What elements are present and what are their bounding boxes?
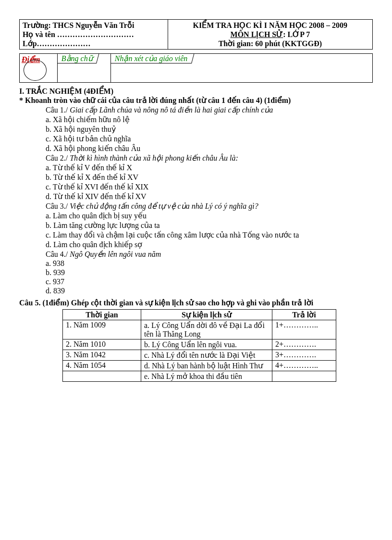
q1-prompt: Câu 1./ Giai cấp Lãnh chúa và nông nô tá… xyxy=(46,105,373,114)
match-time: 3. Năm 1042 xyxy=(63,350,141,361)
q2-prompt: Câu 2./ Thời kì hình thành của xã hội ph… xyxy=(46,153,373,163)
match-time: 4. Năm 1054 xyxy=(63,361,141,371)
section-1-title: I. TRẮC NGHIỆM (4ĐIỂM) xyxy=(19,87,373,96)
header-table: Trường: THCS Nguyễn Văn Trỗi Họ và tên …… xyxy=(19,19,373,50)
q4-option-d: d. 839 xyxy=(46,287,373,295)
match-answer xyxy=(272,371,336,382)
match-row: 2. Năm 1010 b. Lý Công Uẩn lên ngôi vua.… xyxy=(63,339,336,350)
q4-option-b: b. 939 xyxy=(46,268,373,277)
q4-option-a: a. 938 xyxy=(46,259,373,268)
header-right: KIỂM TRA HỌC KÌ I NĂM HỌC 2008 – 2009 MÔ… xyxy=(168,20,372,50)
match-row: 3. Năm 1042 c. Nhà Lý đổi tên nước là Đạ… xyxy=(63,350,336,361)
exam-title: KIỂM TRA HỌC KÌ I NĂM HỌC 2008 – 2009 xyxy=(171,21,369,30)
question-1: Câu 1./ Giai cấp Lãnh chúa và nông nô tá… xyxy=(46,105,373,295)
school-name: Trường: THCS Nguyễn Văn Trỗi xyxy=(23,21,165,30)
q2-option-a: a. Từ thế kỉ V đến thế kỉ X xyxy=(46,163,373,172)
q3-option-b: b. Làm tăng cường lực lượng của ta xyxy=(46,221,373,230)
time-line: Thời gian: 60 phút (KKTGGĐ) xyxy=(171,39,369,48)
q1-option-c: c. Xã hội tư bản chủ nghĩa xyxy=(46,134,373,143)
q3-option-d: d. Làm cho quân địch khiếp sợ xyxy=(46,240,373,249)
score-oval xyxy=(24,60,47,81)
match-row: e. Nhà Lý mở khoa thi đầu tiên xyxy=(63,371,336,382)
student-name-line: Họ và tên ………………………… xyxy=(23,30,165,39)
q4-prompt: Câu 4./ Ngô Quyền lên ngôi vua năm xyxy=(46,250,373,259)
match-answer: 3+…………. xyxy=(272,350,336,361)
q5-title: Câu 5. (1điểm) Ghép cột thời gian và sự … xyxy=(19,298,373,307)
match-header-time: Thời gian xyxy=(63,310,141,320)
q2-option-b: b. Từ thế kỉ X đến thế kỉ XV xyxy=(46,173,373,182)
match-header-event: Sự kiện lịch sử xyxy=(141,310,272,320)
match-answer: 4+………….. xyxy=(272,361,336,371)
match-event: d. Nhà Lý ban hành bộ luật Hình Thư xyxy=(141,361,272,371)
q2-option-c: c. Từ thế kỉ XVI đến thế kỉ XIX xyxy=(46,182,373,191)
match-time xyxy=(63,371,141,382)
q1-option-d: d. Xã hội phong kiến châu Âu xyxy=(46,144,373,153)
q3-option-a: a. Làm cho quân địch bị suy yếu xyxy=(46,211,373,220)
q4-option-c: c. 937 xyxy=(46,277,373,286)
comment-cell: Nhận xét của giáo viên xyxy=(111,54,373,83)
header-left: Trường: THCS Nguyễn Văn Trỗi Họ và tên …… xyxy=(20,20,168,50)
match-row: 4. Năm 1054 d. Nhà Lý ban hành bộ luật H… xyxy=(63,361,336,371)
q1-option-a: a. Xã hội chiếm hữu nô lệ xyxy=(46,115,373,124)
words-cell: Bằng chữ xyxy=(58,54,111,83)
q1-option-b: b. Xã hội nguyên thuỷ xyxy=(46,125,373,134)
words-label: Bằng chữ xyxy=(57,54,99,63)
comment-label: Nhận xét của giáo viên xyxy=(110,54,194,63)
match-event: c. Nhà Lý đổi tên nước là Đại Việt xyxy=(141,350,272,361)
match-header-answer: Trả lời xyxy=(272,310,336,320)
match-event: e. Nhà Lý mở khoa thi đầu tiên xyxy=(141,371,272,382)
subject-line: MÔN LỊCH SỬ: LỚP 7 xyxy=(171,30,369,39)
q3-prompt: Câu 3./ Việc chủ động tấn công để tự vệ … xyxy=(46,201,373,211)
grade-table: Điểm Bằng chữ Nhận xét của giáo viên xyxy=(19,53,373,83)
class-line: Lớp………………… xyxy=(23,39,165,48)
match-answer: 1+………….. xyxy=(272,320,336,339)
q2-option-d: d. Từ thế kỉ XIV đến thế kỉ XV xyxy=(46,192,373,201)
match-time: 1. Năm 1009 xyxy=(63,320,141,339)
match-answer: 2+…………. xyxy=(272,339,336,350)
score-cell: Điểm xyxy=(20,54,58,83)
match-row: 1. Năm 1009 a. Lý Công Uẩn dời đô về Đại… xyxy=(63,320,336,339)
match-event: a. Lý Công Uẩn dời đô về Đại La đổi tên … xyxy=(141,320,272,339)
match-event: b. Lý Công Uẩn lên ngôi vua. xyxy=(141,339,272,350)
match-table: Thời gian Sự kiện lịch sử Trả lời 1. Năm… xyxy=(62,309,336,382)
section-1-instruction: * Khoanh tròn vào chữ cái của câu trả lờ… xyxy=(19,96,373,105)
match-time: 2. Năm 1010 xyxy=(63,339,141,350)
q3-option-c: c. Làm thay đổi và chậm lại cuộc tấn côn… xyxy=(46,230,373,239)
